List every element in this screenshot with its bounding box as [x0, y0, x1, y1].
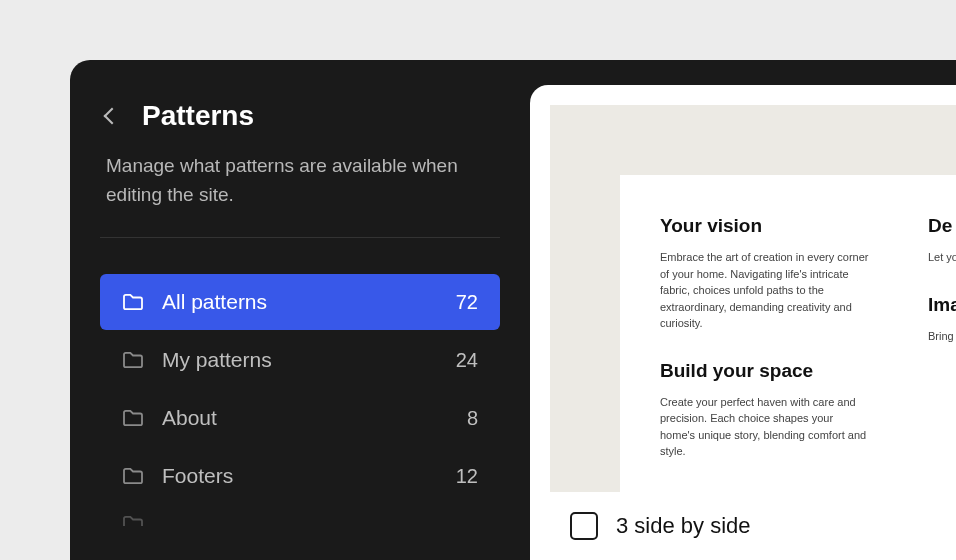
page-title: Patterns [142, 100, 254, 132]
preview-body: Embrace the art of creation in every cor… [660, 249, 870, 332]
preview-heading: De [928, 215, 956, 237]
preview-heading: Build your space [660, 360, 870, 382]
pattern-preview-card: Your vision Embrace the art of creation … [620, 175, 956, 492]
sidebar-header: Patterns [100, 100, 500, 132]
folder-icon [122, 515, 144, 526]
sidebar-item-label: My patterns [162, 348, 456, 372]
sidebar-item-count: 72 [456, 291, 478, 314]
sidebar-item-label: All patterns [162, 290, 456, 314]
sidebar-item-footers[interactable]: Footers 12 [100, 448, 500, 504]
sidebar-item-label: Footers [162, 464, 456, 488]
preview-body: Let yo space home [928, 249, 956, 266]
app-window: Patterns Manage what patterns are availa… [70, 60, 956, 560]
pattern-select-checkbox[interactable] [570, 512, 598, 540]
sidebar-item-label: About [162, 406, 467, 430]
preview-column: De Let yo space home Ima Bring desig ref… [928, 215, 956, 488]
preview-canvas: Your vision Embrace the art of creation … [550, 105, 956, 492]
pattern-name-label: 3 side by side [616, 513, 751, 539]
sidebar-item-count: 24 [456, 349, 478, 372]
sidebar-item-count: 12 [456, 465, 478, 488]
preview-panel: Your vision Embrace the art of creation … [530, 85, 956, 560]
back-chevron-icon[interactable] [104, 108, 121, 125]
divider [100, 237, 500, 238]
preview-block: Build your space Create your perfect hav… [660, 360, 870, 460]
preview-block: Ima Bring desig reflec [928, 294, 956, 345]
folder-icon [122, 409, 144, 427]
sidebar-item-count: 8 [467, 407, 478, 430]
preview-body: Bring desig reflec [928, 328, 956, 345]
preview-column: Your vision Embrace the art of creation … [660, 215, 870, 488]
sidebar-item-my-patterns[interactable]: My patterns 24 [100, 332, 500, 388]
page-subtitle: Manage what patterns are available when … [100, 152, 500, 209]
preview-heading: Your vision [660, 215, 870, 237]
folder-icon [122, 293, 144, 311]
pattern-category-list: All patterns 72 My patterns 24 About 8 [100, 274, 500, 526]
folder-icon [122, 467, 144, 485]
preview-body: Create your perfect haven with care and … [660, 394, 870, 460]
folder-icon [122, 351, 144, 369]
sidebar-item-all-patterns[interactable]: All patterns 72 [100, 274, 500, 330]
preview-heading: Ima [928, 294, 956, 316]
preview-footer: 3 side by side [530, 492, 956, 560]
sidebar-item-partial[interactable] [100, 506, 500, 526]
sidebar-item-about[interactable]: About 8 [100, 390, 500, 446]
preview-block: De Let yo space home [928, 215, 956, 266]
sidebar: Patterns Manage what patterns are availa… [70, 60, 530, 560]
preview-block: Your vision Embrace the art of creation … [660, 215, 870, 332]
